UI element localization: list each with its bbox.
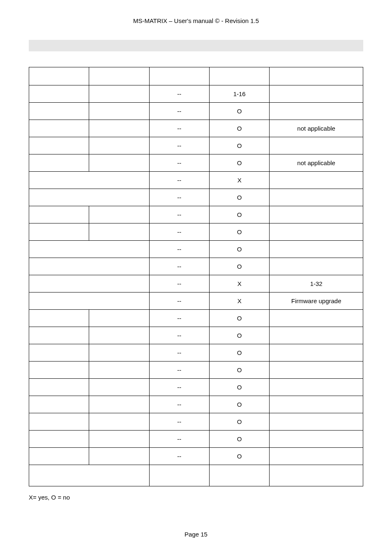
table-cell: not applicable xyxy=(270,120,363,137)
table-row: --O xyxy=(29,327,363,344)
table-cell: O xyxy=(209,362,269,379)
table-cell xyxy=(29,413,89,431)
table-cell xyxy=(270,172,363,189)
table-cell: -- xyxy=(149,275,209,292)
table-row: --O xyxy=(29,223,363,241)
table-cell: X xyxy=(209,172,269,189)
table-cell: -- xyxy=(149,241,209,258)
table-cell: O xyxy=(209,223,269,241)
table-cell xyxy=(270,431,363,448)
table-cell: -- xyxy=(149,362,209,379)
table-cell: O xyxy=(209,120,269,137)
table-cell: -- xyxy=(149,103,209,120)
table-header-cell xyxy=(89,67,149,85)
table-cell xyxy=(89,379,149,396)
table-cell xyxy=(89,137,149,154)
table-cell: O xyxy=(209,258,269,275)
table-row: --O xyxy=(29,413,363,431)
table-cell xyxy=(29,344,89,362)
table-cell xyxy=(89,448,149,465)
table-row: --O xyxy=(29,379,363,396)
table-cell: -- xyxy=(149,137,209,154)
data-table: --1-16--O--Onot applicable--O--Onot appl… xyxy=(29,67,363,486)
table-cell xyxy=(89,413,149,431)
table-cell xyxy=(270,85,363,103)
table-cell xyxy=(29,292,150,310)
table-cell: -- xyxy=(149,154,209,172)
table-row: --O xyxy=(29,396,363,413)
table-cell: O xyxy=(209,103,269,120)
table-row: --O xyxy=(29,431,363,448)
table-cell: -- xyxy=(149,344,209,362)
table-cell: O xyxy=(209,189,269,206)
table-row: --X1-32 xyxy=(29,275,363,292)
table-cell xyxy=(270,223,363,241)
table-cell: O xyxy=(209,379,269,396)
table-cell xyxy=(270,448,363,465)
table-row: --Onot applicable xyxy=(29,154,363,172)
table-cell xyxy=(29,327,89,344)
table-cell xyxy=(29,362,89,379)
table-cell xyxy=(209,465,269,486)
table-cell xyxy=(29,172,150,189)
table-row: --O xyxy=(29,241,363,258)
table-cell: 1-32 xyxy=(270,275,363,292)
table-cell: -- xyxy=(149,258,209,275)
table-cell xyxy=(89,206,149,223)
table-row: --O xyxy=(29,103,363,120)
table-cell xyxy=(89,310,149,327)
table-cell xyxy=(89,154,149,172)
table-cell xyxy=(29,85,89,103)
table-cell xyxy=(270,344,363,362)
table-cell xyxy=(29,137,89,154)
table-cell: O xyxy=(209,431,269,448)
table-cell: X xyxy=(209,275,269,292)
table-cell xyxy=(29,206,89,223)
table-cell xyxy=(270,465,363,486)
table-header-cell xyxy=(270,67,363,85)
table-cell: O xyxy=(209,310,269,327)
table-cell xyxy=(29,275,150,292)
table-cell: Firmware upgrade xyxy=(270,292,363,310)
table-cell: -- xyxy=(149,172,209,189)
table-header-cell xyxy=(209,67,269,85)
table-cell xyxy=(29,465,150,486)
table-cell xyxy=(89,396,149,413)
table-cell: O xyxy=(209,396,269,413)
table-cell: -- xyxy=(149,85,209,103)
table-cell xyxy=(29,448,89,465)
table-cell xyxy=(270,258,363,275)
table-cell: -- xyxy=(149,223,209,241)
table-cell: O xyxy=(209,344,269,362)
table-cell: O xyxy=(209,154,269,172)
table-cell: O xyxy=(209,413,269,431)
table-cell: -- xyxy=(149,292,209,310)
table-cell: -- xyxy=(149,206,209,223)
table-cell xyxy=(270,396,363,413)
table-cell: -- xyxy=(149,448,209,465)
table-cell xyxy=(270,206,363,223)
table-cell xyxy=(270,241,363,258)
table-cell xyxy=(270,413,363,431)
table-cell xyxy=(89,362,149,379)
table-cell xyxy=(270,362,363,379)
table-cell: X xyxy=(209,292,269,310)
table-cell xyxy=(270,310,363,327)
table-cell: O xyxy=(209,448,269,465)
table-cell xyxy=(270,327,363,344)
table-cell xyxy=(29,120,89,137)
table-header-cell xyxy=(29,67,89,85)
table-cell xyxy=(29,258,150,275)
table-row: --O xyxy=(29,448,363,465)
table-cell xyxy=(89,327,149,344)
table-cell xyxy=(89,103,149,120)
table-row: --X xyxy=(29,172,363,189)
table-cell xyxy=(149,465,209,486)
table-cell xyxy=(29,103,89,120)
table-cell xyxy=(29,241,150,258)
table-row: --O xyxy=(29,189,363,206)
table-row xyxy=(29,465,363,486)
legend-text: X= yes, O = no xyxy=(29,494,363,501)
table-cell xyxy=(270,189,363,206)
table-cell: -- xyxy=(149,120,209,137)
